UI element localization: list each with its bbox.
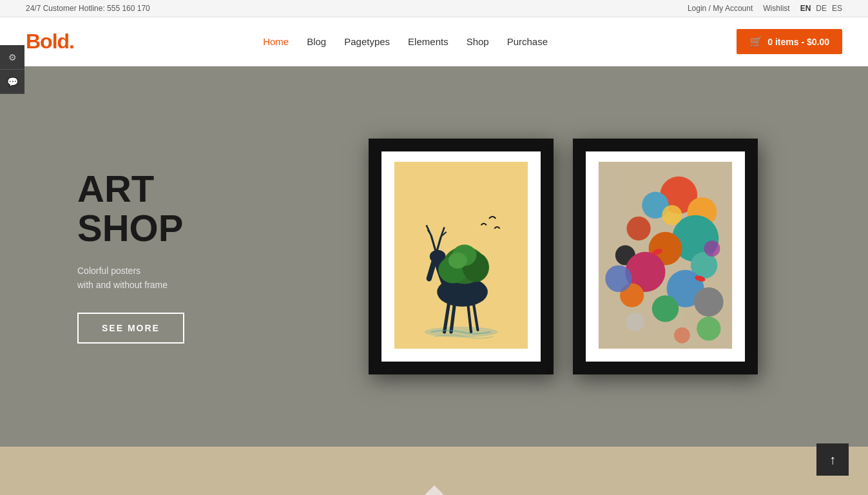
svg-marker-43 (425, 485, 444, 495)
svg-point-37 (704, 240, 720, 257)
svg-point-39 (697, 316, 720, 340)
nav-shop[interactable]: Shop (467, 36, 489, 47)
artwork-frame-1 (369, 139, 554, 374)
svg-point-31 (694, 287, 724, 317)
top-bar: 24/7 Customer Hotline: 555 160 170 Login… (0, 0, 868, 17)
back-to-top-icon: ↑ (829, 452, 836, 467)
svg-point-38 (605, 266, 632, 292)
deer-artwork (392, 162, 530, 349)
nav-blog[interactable]: Blog (307, 36, 326, 47)
login-link[interactable]: Login / My Account (688, 4, 753, 13)
cart-icon: 🛒 (749, 35, 762, 48)
logo-text: Bold (26, 30, 69, 53)
logo-dot: . (69, 30, 74, 53)
logo[interactable]: Bold. (26, 30, 74, 53)
nav-home[interactable]: Home (263, 36, 289, 47)
artwork-inner-2 (586, 151, 745, 362)
origami-vase (409, 482, 460, 495)
hero-title: ART SHOP (77, 170, 271, 248)
nav-elements[interactable]: Elements (408, 36, 448, 47)
svg-point-36 (662, 205, 682, 225)
lang-de[interactable]: DE (816, 4, 827, 13)
circles-artwork (596, 162, 735, 349)
chat-icon[interactable]: 💬 (0, 70, 24, 94)
hotline-text: 24/7 Customer Hotline: 555 160 170 (26, 4, 150, 13)
cart-button[interactable]: 🛒 0 items - $0.00 (737, 29, 842, 54)
artwork-inner-1 (381, 151, 541, 362)
top-bar-right: Login / My Account Wishlist EN DE ES (688, 4, 842, 13)
hero-subtitle: Colorful posters with and without frame (77, 264, 271, 293)
svg-point-40 (626, 313, 644, 331)
hero-section: ART SHOP Colorful posters with and witho… (0, 66, 868, 447)
see-more-button[interactable]: SEE MORE (77, 313, 184, 344)
main-nav: Home Blog Pagetypes Elements Shop Purcha… (263, 36, 548, 47)
settings-icon[interactable]: ⚙ (0, 45, 24, 70)
svg-point-24 (626, 217, 650, 240)
hero-artworks (271, 139, 829, 374)
sidebar-panel: ⚙ 💬 (0, 45, 24, 94)
svg-point-32 (651, 295, 678, 322)
header: Bold. Home Blog Pagetypes Elements Shop … (0, 17, 868, 66)
svg-point-41 (673, 327, 690, 344)
artwork-frame-2 (573, 139, 758, 374)
hero-text-block: ART SHOP Colorful posters with and witho… (77, 170, 271, 344)
svg-point-18 (448, 253, 467, 269)
lang-es[interactable]: ES (832, 4, 842, 13)
language-switcher: EN DE ES (800, 4, 842, 13)
nav-purchase[interactable]: Purchase (507, 36, 548, 47)
lang-en[interactable]: EN (800, 4, 811, 13)
wishlist-link[interactable]: Wishlist (763, 4, 789, 13)
nav-pagetypes[interactable]: Pagetypes (344, 36, 390, 47)
back-to-top-button[interactable]: ↑ (816, 443, 849, 476)
cart-label: 0 items - $0.00 (767, 37, 829, 47)
shelf-section (0, 447, 868, 495)
